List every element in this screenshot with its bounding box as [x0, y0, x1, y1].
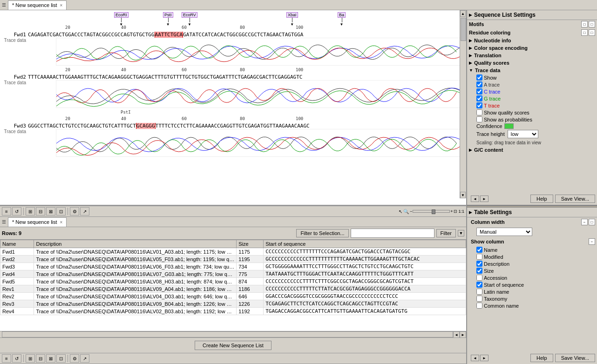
- scroll-up-btn[interactable]: ▲: [460, 10, 466, 17]
- zoom-tool[interactable]: 🔍: [403, 209, 409, 214]
- col-start-header[interactable]: Start of sequence: [264, 240, 466, 248]
- show-col-name-checkbox[interactable]: [476, 247, 482, 253]
- settings-btn[interactable]: ⚙: [70, 207, 79, 216]
- zoom-plus[interactable]: +: [450, 209, 453, 214]
- bottom-scroll1[interactable]: ◄: [471, 355, 479, 361]
- table-hscroll[interactable]: ◄ ►: [0, 331, 466, 337]
- top-scroll-down2[interactable]: ►: [480, 195, 488, 202]
- col-name-header[interactable]: Name: [0, 240, 34, 248]
- col-width-minus[interactable]: −: [581, 219, 588, 225]
- table-row[interactable]: Fwd5 Trace of \\Dna2\user\DNASEQ\DATA\AP…: [0, 278, 466, 285]
- zoom-in-btn[interactable]: ⊞: [26, 207, 35, 216]
- color-space-triangle[interactable]: ▶: [469, 46, 472, 50]
- grid-btn[interactable]: ⊡: [56, 207, 66, 216]
- show-col-description-checkbox[interactable]: [476, 261, 482, 267]
- table-row[interactable]: Fwd4 Trace of \\Dna2\user\DNASEQ\DATA\AP…: [0, 270, 466, 278]
- table-export-btn[interactable]: ↗: [80, 354, 89, 363]
- table-fit-btn[interactable]: ⊠: [46, 354, 55, 363]
- table-row[interactable]: Fwd1 Trace of \\Dna2\user\DNASEQ\DATA\AP…: [0, 248, 466, 256]
- show-checkbox[interactable]: [476, 74, 482, 81]
- zoom-100-btn[interactable]: 1:1: [458, 209, 464, 214]
- table-row[interactable]: Rev2 Trace of \\Dna2\user\DNASEQ\DATA\AP…: [0, 293, 466, 300]
- top-tab-close[interactable]: ×: [60, 3, 63, 8]
- a-trace-checkbox[interactable]: [476, 81, 482, 88]
- zoom-fit-btn[interactable]: ⊡: [454, 209, 457, 214]
- bottom-tab-close[interactable]: ×: [60, 220, 63, 225]
- fit-btn[interactable]: ⊠: [46, 207, 55, 216]
- table-scroll-left[interactable]: ◄: [453, 331, 460, 338]
- show-col-common-name-checkbox[interactable]: [476, 303, 482, 309]
- g-trace-checkbox[interactable]: [476, 95, 482, 101]
- top-save-view-btn[interactable]: Save View...: [555, 195, 595, 203]
- bottom-scroll2[interactable]: ►: [480, 355, 488, 361]
- top-tab[interactable]: * New sequence list ×: [8, 0, 67, 10]
- motifs-minimize[interactable]: □: [581, 21, 588, 27]
- vscroll-thumb[interactable]: [461, 18, 466, 41]
- show-col-modified-checkbox[interactable]: [476, 254, 482, 260]
- bottom-tab[interactable]: * New sequence list ×: [8, 217, 67, 227]
- trace-triangle[interactable]: ▼: [469, 68, 473, 73]
- filter-input[interactable]: [351, 229, 434, 238]
- show-col-taxonomy-checkbox[interactable]: [476, 296, 482, 302]
- filter-dropdown-btn[interactable]: ▼: [458, 230, 464, 236]
- scroll-right-btn[interactable]: ►: [460, 205, 466, 206]
- right-bottom-settings: ▶ Table Settings Column width − □ Manual…: [467, 208, 597, 364]
- list-icon-btn[interactable]: ≡: [2, 207, 11, 216]
- residue-expand[interactable]: □: [589, 29, 595, 36]
- show-prob-checkbox[interactable]: [476, 116, 482, 122]
- top-scroll-down1[interactable]: ◄: [471, 195, 479, 202]
- seq-settings-triangle[interactable]: ▶: [469, 13, 472, 17]
- motifs-expand[interactable]: □: [589, 21, 595, 27]
- zoom-minus[interactable]: −: [410, 209, 412, 214]
- seq-hscroll[interactable]: ◄ ►: [0, 205, 466, 206]
- show-col-latin-name-checkbox[interactable]: [476, 289, 482, 295]
- show-col-start-of-sequence-checkbox[interactable]: [476, 282, 482, 288]
- table-settings-triangle[interactable]: ▶: [469, 210, 472, 215]
- trace-height-select[interactable]: low medium high: [508, 130, 538, 138]
- scroll-left-btn[interactable]: ◄: [453, 205, 460, 206]
- table-row[interactable]: Rev4 Trace of \\Dna2\user\DNASEQ\DATA\AP…: [0, 308, 466, 315]
- bottom-save-view-btn[interactable]: Save View...: [555, 354, 595, 362]
- refresh-btn[interactable]: ↺: [12, 207, 21, 216]
- col-size-header[interactable]: Size: [237, 240, 264, 248]
- translation-triangle[interactable]: ▶: [469, 53, 472, 58]
- col-width-expand[interactable]: □: [589, 219, 595, 225]
- create-new-seq-btn[interactable]: Create New Sequence List: [195, 341, 271, 350]
- table-grid-btn[interactable]: ⊡: [56, 354, 66, 363]
- table-row[interactable]: Rev3 Trace of \\Dna2\user\DNASEQ\DATA\AP…: [0, 300, 466, 308]
- seq-vscroll[interactable]: ▲ ▼: [460, 10, 466, 198]
- show-quality-checkbox[interactable]: [476, 109, 482, 115]
- export-btn[interactable]: ↗: [80, 207, 89, 216]
- zoom-slider[interactable]: [413, 210, 450, 213]
- table-row[interactable]: Fwd3 Trace of \\Dna2\user\DNASEQ\DATA\AP…: [0, 263, 466, 270]
- table-container[interactable]: Name Description Size Start of sequence …: [0, 240, 466, 331]
- nucleotide-triangle[interactable]: ▶: [469, 38, 472, 43]
- filter-btn[interactable]: Filter: [436, 229, 456, 237]
- t-trace-checkbox[interactable]: [476, 102, 482, 108]
- col-description-header[interactable]: Description: [34, 240, 237, 248]
- table-refresh-btn[interactable]: ↺: [12, 354, 21, 363]
- table-zoom-out-btn[interactable]: ⊟: [36, 354, 45, 363]
- confidence-color-box[interactable]: [504, 123, 514, 129]
- show-col-size-checkbox[interactable]: [476, 268, 482, 274]
- table-scroll-right[interactable]: ►: [460, 331, 466, 338]
- c-trace-checkbox[interactable]: [476, 88, 482, 94]
- zoom-out-btn[interactable]: ⊟: [36, 207, 45, 216]
- quality-triangle[interactable]: ▶: [469, 61, 472, 65]
- table-zoom-in-btn[interactable]: ⊞: [26, 354, 35, 363]
- col-width-select[interactable]: Manual Auto Fixed: [476, 228, 532, 236]
- filter-to-selection-btn[interactable]: Filter to Selection...: [296, 229, 348, 237]
- bottom-help-btn[interactable]: Help: [530, 354, 553, 362]
- seq-scroll-area[interactable]: EcoRI ▼ PstI ▼ EcoRV ▼: [0, 10, 466, 205]
- show-col-minus[interactable]: −: [589, 238, 595, 245]
- table-settings-btn[interactable]: ⚙: [70, 354, 79, 363]
- table-row[interactable]: Fwd2 Trace of \\Dna2\user\DNASEQ\DATA\AP…: [0, 256, 466, 263]
- gc-triangle[interactable]: ▶: [469, 148, 472, 152]
- residue-minimize[interactable]: □: [581, 29, 588, 36]
- table-list-btn[interactable]: ≡: [2, 354, 11, 363]
- table-row[interactable]: Rev1 Trace of \\Dna2\user\DNASEQ\DATA\AP…: [0, 285, 466, 293]
- scroll-down-btn[interactable]: ▼: [460, 192, 466, 198]
- top-help-btn[interactable]: Help: [530, 195, 553, 203]
- show-col-accession-checkbox[interactable]: [476, 275, 482, 281]
- cursor-tool[interactable]: ↖: [399, 209, 402, 214]
